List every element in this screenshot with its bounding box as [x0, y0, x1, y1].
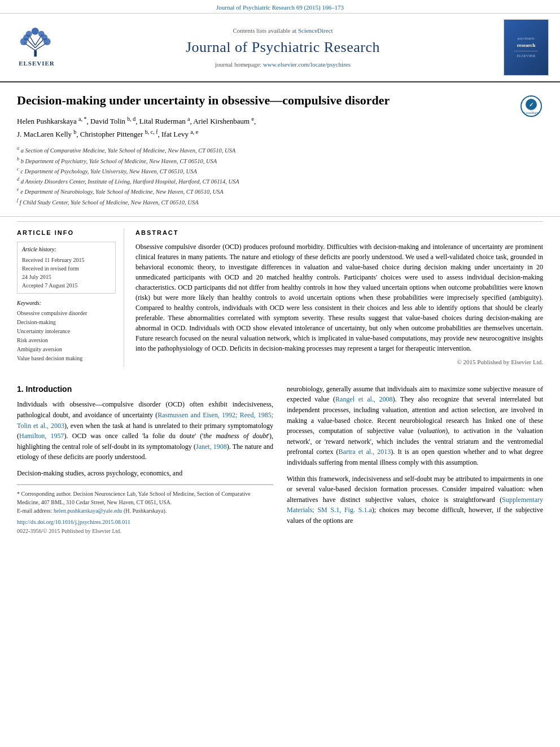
journal-reference-bar: Journal of Psychiatric Research 69 (2015…: [0, 0, 560, 14]
received-date: Received 11 February 2015: [22, 256, 111, 264]
ref-janet[interactable]: Janet, 1908: [196, 443, 227, 451]
crossmark-badge: ✓ CrossMark: [520, 95, 543, 118]
history-label: Article history:: [22, 246, 111, 254]
svg-point-10: [32, 28, 39, 35]
doi-line: http://dx.doi.org/10.1016/j.jpsychires.2…: [17, 518, 273, 526]
keywords-section: Keywords: Obsessive compulsive disorder …: [17, 299, 116, 363]
ref-rangel[interactable]: Rangel et al., 2008: [335, 395, 393, 403]
article-info-panel: ARTICLE INFO Article history: Received 1…: [17, 229, 124, 367]
keyword-3: Uncertainty intolerance: [17, 327, 116, 336]
ref-hamilton[interactable]: Hamilton, 1957: [19, 432, 64, 440]
homepage-url[interactable]: www.elsevier.com/locate/psychires: [263, 61, 351, 68]
intro-paragraph-2: Decision-making studies, across psycholo…: [17, 468, 273, 479]
keywords-label: Keywords:: [17, 299, 116, 307]
elsevier-logo: ELSEVIER: [11, 27, 62, 68]
keyword-4: Risk aversion: [17, 336, 116, 345]
two-column-layout: ARTICLE INFO Article history: Received 1…: [17, 221, 543, 367]
email-note: E-mail address: helen.pushkarskaya@yale.…: [17, 506, 273, 515]
article-history: Article history: Received 11 February 20…: [17, 242, 116, 294]
article-info-title: ARTICLE INFO: [17, 229, 116, 237]
intro-right-column: neurobiology, generally assume that indi…: [287, 384, 543, 535]
keyword-1: Obsessive compulsive disorder: [17, 309, 116, 318]
svg-rect-0: [34, 50, 37, 56]
paper-section: ✓ CrossMark Decision-making under uncert…: [0, 82, 560, 217]
journal-title: Journal of Psychiatric Research: [62, 37, 504, 58]
svg-text:✓: ✓: [529, 102, 533, 108]
intro-right-paragraph-2: Within this framework, indecisiveness an…: [287, 474, 543, 526]
abstract-title: ABSTRACT: [135, 229, 543, 237]
revised-date: 24 July 2015: [22, 273, 111, 281]
contents-line: Contents lists available at ScienceDirec…: [62, 27, 504, 35]
authors-line: Helen Pushkarskaya a, *, David Tolin b, …: [17, 115, 543, 141]
intro-right-paragraph-1: neurobiology, generally assume that indi…: [287, 384, 543, 468]
received-revised-label: Received in revised form: [22, 264, 111, 273]
thumb-title: research: [517, 42, 536, 49]
abstract-panel: ABSTRACT Obsessive compulsive disorder (…: [135, 229, 543, 367]
doi-link[interactable]: http://dx.doi.org/10.1016/j.jpsychires.2…: [17, 519, 130, 525]
journal-thumbnail: psychiatric research ELSEVIER: [504, 19, 549, 76]
copyright-line: © 2015 Published by Elsevier Ltd.: [135, 358, 543, 366]
keyword-5: Ambiguity aversion: [17, 345, 116, 354]
journal-ref-text: Journal of Psychiatric Research 69 (2015…: [216, 4, 344, 11]
crossmark-icon: ✓: [525, 98, 537, 111]
elsevier-name: ELSEVIER: [19, 59, 55, 68]
corresponding-author-note: * Corresponding author. Decision Neurosc…: [17, 490, 273, 506]
intro-left-column: 1. Introduction Individuals with obsessi…: [17, 384, 273, 535]
journal-homepage: journal homepage: www.elsevier.com/locat…: [62, 60, 504, 69]
ref-supplementary[interactable]: Supplementary Materials; SM S.1, Fig. S.…: [287, 496, 543, 514]
paper-title: Decision-making under uncertainty in obs…: [17, 93, 543, 109]
keyword-6: Value based decision making: [17, 354, 116, 363]
footnotes: * Corresponding author. Decision Neurosc…: [17, 484, 273, 535]
intro-paragraph-1: Individuals with obsessive—compulsive di…: [17, 399, 273, 462]
svg-point-9: [26, 31, 32, 37]
author-email[interactable]: helen.pushkarskaya@yale.edu: [54, 508, 122, 514]
main-content: 1. Introduction Individuals with obsessi…: [0, 373, 560, 547]
ref-bartra[interactable]: Bartra et al., 2013: [339, 448, 391, 456]
ref-rasmussen[interactable]: Rasmussen and Eisen, 1992; Reed, 1985; T…: [17, 411, 273, 430]
introduction-section: 1. Introduction Individuals with obsessi…: [17, 384, 543, 535]
accepted-date: Accepted 7 August 2015: [22, 281, 111, 290]
svg-point-13: [43, 38, 51, 45]
article-body: ARTICLE INFO Article history: Received 1…: [0, 221, 560, 373]
affiliations: a a Section of Comparative Medicine, Yal…: [17, 145, 543, 207]
keyword-2: Decision-making: [17, 318, 116, 327]
abstract-text: Obsessive compulsive disorder (OCD) prod…: [135, 242, 543, 353]
sciencedirect-link[interactable]: ScienceDirect: [298, 27, 333, 34]
journal-center-info: Contents lists available at ScienceDirec…: [62, 27, 504, 69]
issn-line: 0022-3956/© 2015 Published by Elsevier L…: [17, 527, 273, 535]
journal-header: ELSEVIER Contents lists available at Sci…: [0, 14, 560, 82]
intro-section-title: 1. Introduction: [17, 384, 273, 395]
elsevier-tree-icon: [17, 27, 56, 58]
